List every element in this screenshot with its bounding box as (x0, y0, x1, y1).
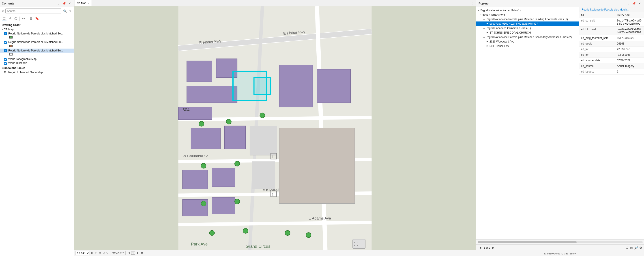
svg-point-40 (209, 231, 214, 236)
coords-display: 83.0519706°W 42.3397265°N (544, 252, 576, 255)
map-panel-menu[interactable]: ⋮ (470, 1, 475, 5)
coords-display: °W 42.337 (112, 252, 124, 255)
layer-hillshade-checkbox[interactable] (4, 62, 7, 65)
settings-button[interactable]: ⚙ (639, 246, 642, 250)
map-tab[interactable]: 🗺 Map ✕ (75, 0, 92, 6)
attr-key-bld-uuid: ed_bld_uuid (579, 27, 615, 35)
root-label: Regrid Nationwide Parcel Data (1) (480, 9, 520, 12)
map-icon: 🗺 (4, 27, 8, 31)
attr-val-fid: 158277208 (615, 12, 644, 18)
zoom-to-button[interactable]: 🔎 (634, 246, 638, 250)
layer-bui-checkbox[interactable] (4, 41, 7, 44)
svg-rect-25 (212, 168, 235, 187)
layer-sec-label: Regrid Nationwide Parcels plus Matched S… (8, 32, 64, 35)
grid-button[interactable]: ⊟ (95, 251, 98, 255)
popup-minimize-button[interactable]: ⌄ (626, 1, 630, 5)
attr-val-bld-uuid: bee07ae0-930d-4924-8f60-aaf5f078f997 (615, 27, 644, 35)
map-tab-close[interactable]: ✕ (88, 2, 89, 4)
pagination-label: 1 of 1 (484, 246, 490, 249)
layer-sec-checkbox[interactable] (4, 32, 7, 35)
svg-text:W Columbia St: W Columbia St (182, 154, 208, 158)
layer-parcel-color (10, 53, 12, 55)
popup-tree-woodward[interactable]: ▶ 2326 Woodward Ave (476, 39, 579, 44)
next-record-button[interactable]: ▶ (491, 246, 496, 250)
woodward-label: 2326 Woodward Ave (490, 40, 514, 43)
refresh-button[interactable]: ↻ (140, 251, 143, 255)
svg-point-39 (235, 199, 240, 204)
tree-item-layer-parcel[interactable]: Regrid Nationwide Parcels plus Matched B… (0, 48, 74, 53)
pin-button[interactable]: 📌 (61, 1, 67, 5)
fisher-arrow: ▶ (486, 44, 488, 47)
popup-pin-button[interactable]: 📌 (631, 1, 636, 5)
popup-tree-matched-bld[interactable]: ▴ Regrid Nationwide Parcels plus Matched… (476, 17, 579, 21)
attr-key-str-uuid: ed_str_uuid (579, 18, 615, 26)
list-view-button[interactable]: ☰ (2, 16, 6, 21)
search-button[interactable]: 🔍 (62, 9, 68, 13)
popup-tree-fisher[interactable]: ▶ 50 E Fisher Fwy (476, 44, 579, 48)
popup-close-button[interactable]: ✕ (638, 1, 642, 5)
zoom-tools-button[interactable]: ⊕ (99, 251, 101, 255)
popup-tree-uuid[interactable]: ▶ bee07ae0-930d-4924-8f60-aaf5f078f997 (476, 21, 579, 26)
attr-val-source-date: 07/30/2022 (615, 58, 644, 63)
table-icon: ⊞ (4, 70, 6, 74)
attr-key-fid: fid (579, 12, 615, 18)
close-button[interactable]: ✕ (68, 1, 72, 5)
svg-point-36 (201, 163, 206, 169)
grid-button[interactable]: ⊞ (29, 16, 33, 21)
popup-tree-root[interactable]: ▴ Regrid Nationwide Parcel Data (1) (476, 8, 579, 12)
map-tab-bar: 🗺 Map ✕ ⋮ (74, 0, 476, 6)
tree-item-layer-sec[interactable]: Regrid Nationwide Parcels plus Matched S… (0, 31, 74, 35)
attr-key-lon: ed_lon (579, 52, 615, 57)
search-input[interactable] (5, 8, 61, 13)
contents-panel: Contents ⌄ 📌 ✕ ▽ 🔍 ▾ ☰ 🗄 ⬡ ✏ ⊞ 🔖 Drawing… (0, 0, 74, 256)
tree-item-layer-hillshade[interactable]: World Hillshade (0, 61, 74, 65)
navigate-next-button[interactable]: ▷ (106, 251, 108, 255)
popup-tree: ▴ Regrid Nationwide Parcel Data (1) ▴ 50… (476, 7, 579, 240)
search-dropdown-button[interactable]: ▾ (68, 9, 72, 13)
root-arrow: ▴ (478, 9, 479, 11)
horizontal-scrollbar[interactable] (478, 241, 643, 243)
search-row: ▽ 🔍 ▾ (0, 7, 74, 15)
attrs-layer-link[interactable]: Regrid Nationwide Parcels plus Match... (582, 8, 629, 11)
add-table-button[interactable]: ⊞ (91, 251, 94, 255)
tree-item-enhanced-ownership[interactable]: ⊞ Regrid Enhanced Ownership (0, 70, 74, 74)
attr-val-str-uuid: 3ed147f8-afe6-4ed6-83f9-ef6249a7579c (615, 18, 644, 26)
layer-view-button[interactable]: ⬡ (14, 16, 18, 21)
database-view-button[interactable]: 🗄 (8, 16, 12, 21)
popup-tree-enhanced[interactable]: ▴ Regrid Enhanced Ownership - has (1) (476, 26, 579, 30)
popup-tree-address[interactable]: ▴ 50 E FISHER FWY (476, 12, 579, 17)
matched-bld-label: Regrid Nationwide Parcels plus Matched B… (486, 18, 568, 21)
edit-button[interactable]: ✏ (21, 16, 26, 21)
scale-selector[interactable]: 1:3,949 (75, 251, 90, 255)
toolbar-divider2 (27, 16, 27, 20)
popup-tree-sec-addr[interactable]: ▴ Regrid Nationwide Parcels plus Matched… (476, 35, 579, 39)
tree-item-map[interactable]: ▴ 🗺 Map (0, 27, 74, 31)
map-area[interactable]: E Fisher Fwy E Fisher Fwy Witherell St E… (74, 6, 476, 250)
minimize-button[interactable]: ⌄ (56, 1, 60, 5)
svg-rect-21 (254, 78, 271, 94)
layer-parcel-checkbox[interactable] (4, 49, 7, 52)
table-button[interactable]: ⊞ (630, 246, 633, 250)
map-tab-icon: 🗺 (77, 2, 80, 4)
svg-text:604: 604 (182, 107, 190, 112)
sec-addr-label: Regrid Nationwide Parcels plus Matched S… (486, 35, 572, 39)
bookmark-button[interactable]: 🔖 (34, 16, 40, 21)
popup-header-icons: ⌄ 📌 ✕ (626, 1, 642, 5)
uuid-label: bee07ae0-930d-4924-8f60-aaf5f078f997 (490, 22, 538, 25)
popup-content: ▴ Regrid Nationwide Parcel Data (1) ▴ 50… (476, 7, 644, 240)
print-button[interactable]: 🖨 (626, 246, 629, 250)
attr-val-largest: 1 (615, 69, 644, 74)
prev-record-button[interactable]: ◀ (478, 246, 482, 250)
page-layout-button[interactable]: ⊡ (128, 251, 130, 255)
tree-item-layer-bui[interactable]: Regrid Nationwide Parcels plus Matched B… (0, 40, 74, 44)
tree-item-layer-topo[interactable]: World Topographic Map (0, 57, 74, 61)
pause-button[interactable]: ⏸ (136, 251, 139, 255)
popup-tree-stjohns[interactable]: ▶ ST JOHNS EPISCOPAL CHURCH (476, 30, 579, 35)
enhanced-label: Regrid Enhanced Ownership - has (1) (486, 27, 531, 30)
stjohns-arrow: ▶ (486, 31, 488, 33)
sec-addr-arrow: ▴ (484, 35, 484, 38)
navigate-prev-button[interactable]: ◁ (102, 251, 105, 255)
svg-text:Park Ave: Park Ave (191, 242, 208, 246)
layer-topo-checkbox[interactable] (4, 58, 7, 61)
attr-val-source: Aerial Imagery (615, 63, 644, 69)
